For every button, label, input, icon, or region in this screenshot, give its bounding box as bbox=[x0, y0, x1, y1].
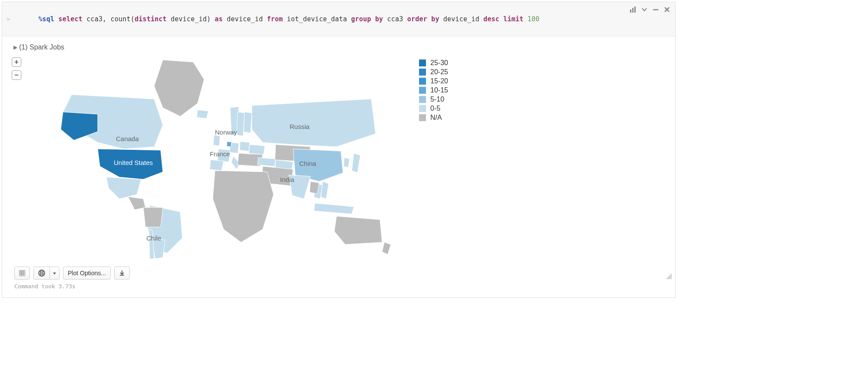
legend-swatch bbox=[419, 69, 426, 76]
code-input-area[interactable]: > %sql select cca3, count(distinct devic… bbox=[2, 2, 675, 36]
legend-item: N/A bbox=[419, 114, 448, 122]
legend-item: 20-25 bbox=[419, 68, 448, 76]
map-region-vietnam bbox=[321, 181, 329, 199]
map-region-japan bbox=[352, 153, 360, 173]
download-button[interactable] bbox=[114, 267, 130, 280]
svg-rect-3 bbox=[653, 9, 658, 10]
map-legend: 25-3020-2515-2010-155-100-5N/A bbox=[419, 59, 448, 263]
caret-right-icon: ▶ bbox=[13, 44, 17, 50]
map-region-finland bbox=[244, 112, 252, 133]
map-region-poland bbox=[240, 142, 250, 151]
map-region-spain bbox=[210, 160, 224, 171]
code-text: %sql select cca3, count(distinct device_… bbox=[14, 7, 539, 31]
legend-label: 0-5 bbox=[430, 105, 440, 112]
cell-output: ▶ (1) Spark Jobs + − bbox=[2, 36, 675, 297]
legend-label: 25-30 bbox=[430, 59, 448, 67]
spark-jobs-toggle[interactable]: ▶ (1) Spark Jobs bbox=[9, 40, 668, 55]
map-region-usa bbox=[98, 149, 163, 179]
map-region-mexico bbox=[106, 177, 141, 199]
legend-item: 15-20 bbox=[419, 77, 448, 85]
legend-swatch bbox=[419, 114, 426, 121]
map-region-turkey bbox=[257, 158, 276, 166]
map-region-sea-na bbox=[310, 181, 319, 194]
map-region-iceland bbox=[197, 110, 208, 119]
svg-rect-1 bbox=[632, 8, 634, 13]
svg-rect-4 bbox=[19, 270, 25, 276]
zoom-controls: + − bbox=[12, 57, 21, 80]
legend-swatch bbox=[419, 59, 426, 66]
map-region-uk bbox=[213, 135, 220, 146]
zoom-in-button[interactable]: + bbox=[12, 57, 21, 67]
globe-chart-button[interactable] bbox=[33, 267, 50, 280]
map-region-sweden bbox=[237, 112, 244, 136]
map-region-sa-na bbox=[143, 208, 163, 227]
legend-label: 10-15 bbox=[430, 86, 448, 94]
map-region-russia bbox=[252, 99, 376, 147]
table-view-button[interactable] bbox=[14, 267, 30, 280]
map-region-indonesia bbox=[314, 203, 354, 214]
chart-type-picker bbox=[33, 267, 59, 280]
minimize-icon[interactable] bbox=[652, 6, 660, 13]
legend-label: N/A bbox=[430, 114, 442, 122]
map-region-australia bbox=[334, 216, 382, 244]
svg-rect-2 bbox=[634, 7, 636, 13]
legend-item: 25-30 bbox=[419, 59, 448, 67]
legend-swatch bbox=[419, 87, 426, 94]
legend-item: 5-10 bbox=[419, 96, 448, 103]
zoom-out-button[interactable]: − bbox=[12, 70, 21, 80]
command-status: Command took 3.73s bbox=[9, 281, 668, 294]
map-region-greenland bbox=[154, 60, 204, 116]
notebook-cell: > %sql select cca3, count(distinct devic… bbox=[2, 2, 676, 298]
map-region-korea bbox=[343, 158, 350, 168]
legend-swatch bbox=[419, 105, 426, 112]
map-region-ukraine bbox=[249, 145, 265, 155]
prompt-caret: > bbox=[7, 16, 10, 23]
plot-options-button[interactable]: Plot Options... bbox=[63, 267, 111, 280]
chevron-down-icon[interactable] bbox=[640, 6, 648, 13]
legend-swatch bbox=[419, 78, 426, 85]
map-region-central-am bbox=[128, 197, 145, 210]
legend-swatch bbox=[419, 96, 426, 103]
close-icon[interactable] bbox=[663, 6, 671, 13]
map-region-nz bbox=[382, 242, 391, 254]
spark-jobs-label: (1) Spark Jobs bbox=[19, 43, 64, 51]
map-region-africa bbox=[213, 171, 274, 242]
legend-label: 15-20 bbox=[430, 77, 448, 85]
legend-label: 20-25 bbox=[430, 68, 448, 76]
output-toolbar: Plot Options... bbox=[9, 263, 668, 281]
cell-action-bar bbox=[629, 6, 671, 13]
legend-label: 5-10 bbox=[430, 96, 444, 103]
legend-item: 0-5 bbox=[419, 105, 448, 112]
legend-item: 10-15 bbox=[419, 86, 448, 94]
world-map[interactable]: United StatesCanadaNorwayFranceRussiaChi… bbox=[33, 56, 393, 260]
resize-handle[interactable] bbox=[666, 273, 672, 279]
map-region-france bbox=[218, 149, 230, 162]
map-region-netherlands bbox=[227, 142, 231, 147]
visualization-area: + − bbox=[9, 55, 668, 263]
chart-type-dropdown[interactable] bbox=[50, 267, 59, 280]
chart-icon[interactable] bbox=[629, 6, 637, 13]
svg-rect-0 bbox=[630, 10, 631, 13]
map-region-india bbox=[289, 175, 310, 199]
